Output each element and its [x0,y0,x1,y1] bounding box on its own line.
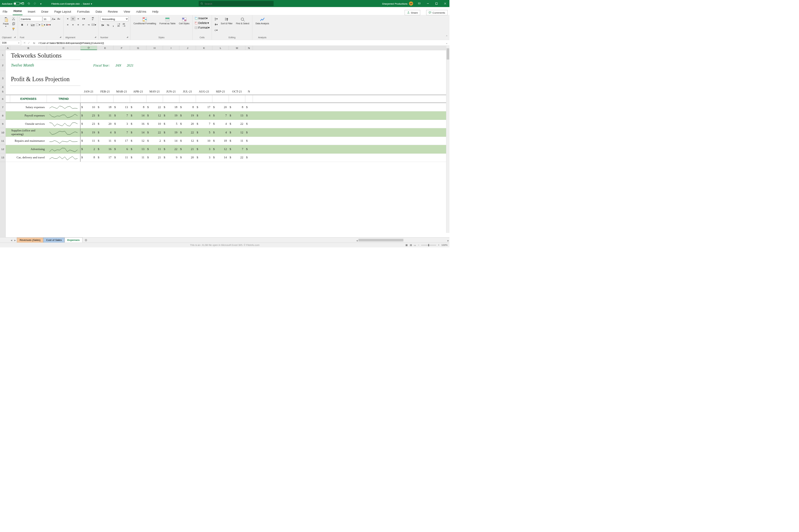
format-as-table-button[interactable]: Format as Table [159,17,177,26]
row-4[interactable]: 4 [0,86,5,89]
filename[interactable]: FileInfo.com Example.xlsb - Saved ▾ [51,2,92,5]
col-A[interactable]: A [6,45,10,50]
tab-data[interactable]: Data [95,8,103,15]
delete-cells-button[interactable]: Delete ▾ [194,21,209,25]
close-icon[interactable] [441,0,449,7]
zoom-slider[interactable] [421,245,436,245]
font-size-select[interactable] [43,17,51,22]
row-5[interactable]: 5 [0,89,5,95]
comma-icon[interactable]: , [111,23,116,27]
font-launcher-icon[interactable]: ◢ [59,35,61,39]
align-top-icon[interactable]: ≡ [65,17,70,21]
row-12[interactable]: 12 [0,145,5,153]
enter-formula-icon[interactable]: ✓ [27,41,30,44]
fill-color-icon[interactable]: ▾ [41,23,45,27]
sheet-grid[interactable]: 12345678910111213 Tekworks SolutionsTwel… [0,50,449,238]
tab-help[interactable]: Help [151,8,159,15]
cell-styles-button[interactable]: Cell Styles [178,17,191,26]
row-3[interactable]: 3 [0,71,5,86]
increase-font-icon[interactable]: A▲ [51,17,56,21]
share-button[interactable]: Share [405,10,421,15]
tab-draw[interactable]: Draw [41,8,49,15]
col-F[interactable]: F [113,45,130,50]
inc-indent-icon[interactable]: ⇥ [86,23,91,27]
number-format-select[interactable]: Accounting [100,17,128,22]
account[interactable]: Sharpened Productions SP [380,2,415,6]
wrap-text-icon[interactable]: ab↵ [91,17,95,21]
horizontal-scrollbar[interactable]: ◂▸ [356,238,449,242]
cancel-formula-icon[interactable]: ✕ [23,41,26,44]
zoom-in-icon[interactable]: + [438,244,440,246]
col-I[interactable]: I [163,45,180,50]
italic-button[interactable]: I [25,23,30,27]
row-9[interactable]: 9 [0,120,5,128]
copy-icon[interactable] [11,22,16,26]
align-launcher-icon[interactable]: ◢ [94,35,96,39]
sheet-tab-cost-of-sales[interactable]: Cost of Sales [43,238,64,243]
maximize-icon[interactable] [432,0,441,7]
col-K[interactable]: K [196,45,212,50]
zoom-controls[interactable]: ▦ ▤ ▭ − + 100% [406,244,447,246]
align-center-icon[interactable]: ≡ [71,23,76,27]
column-headers[interactable]: ABCDEFGHIJKLMN [6,45,449,50]
col-H[interactable]: H [147,45,163,50]
sheet-tab-expenses[interactable]: Expenses [64,238,82,243]
expand-formula-icon[interactable]: ⌄ [444,41,449,44]
row-6[interactable]: 6 [0,95,5,103]
data-analysis-button[interactable]: Data Analysis [254,17,270,26]
tab-insert[interactable]: Insert [27,8,36,15]
bold-button[interactable]: B [20,23,25,27]
font-color-icon[interactable]: A▾ [46,23,51,27]
align-left-icon[interactable]: ≡ [65,23,70,27]
format-cells-button[interactable]: Format ▾ [194,26,209,30]
sheet-tab-revenues-sales-[interactable]: Revenues (Sales) [17,238,43,243]
view-break-icon[interactable]: ▭ [414,244,416,246]
clear-icon[interactable]: ◇▾ [214,27,219,32]
row-13[interactable]: 13 [0,153,5,162]
col-J[interactable]: J [180,45,196,50]
col-E[interactable]: E [97,45,113,50]
zoom-out-icon[interactable]: − [418,244,419,246]
cut-icon[interactable] [11,17,16,21]
number-launcher-icon[interactable]: ◢ [126,35,129,39]
insert-cells-button[interactable]: Insert ▾ [194,17,207,20]
tab-formulas[interactable]: Formulas [76,8,90,15]
col-D[interactable]: D [80,45,97,50]
paste-button[interactable]: Paste▼ [2,17,10,28]
dec-decimal-icon[interactable]: .00→0 [121,23,126,27]
select-all-corner[interactable] [0,45,6,50]
col-N[interactable]: N [245,45,253,50]
row-2[interactable]: 2 [0,60,5,71]
minimize-icon[interactable] [424,0,432,7]
tab-page-layout[interactable]: Page Layout [54,8,72,15]
borders-icon[interactable]: ▾ [36,23,41,27]
tab-file[interactable]: File [2,8,8,15]
decrease-font-icon[interactable]: A▼ [57,17,61,21]
row-1[interactable]: 1 [0,50,5,60]
font-name-select[interactable] [20,17,42,22]
dec-indent-icon[interactable]: ⇤ [81,23,86,27]
view-layout-icon[interactable]: ▤ [410,244,412,246]
new-sheet-icon[interactable]: ⊕ [82,238,90,242]
comments-button[interactable]: Comments [426,10,447,15]
col-G[interactable]: G [130,45,147,50]
undo-icon[interactable] [26,0,32,7]
autosum-icon[interactable]: ∑▾ [214,17,219,21]
search-input[interactable] [204,2,272,5]
col-C[interactable]: C [47,45,80,50]
tab-view[interactable]: View [123,8,131,15]
merge-icon[interactable]: ▾ [92,23,96,27]
tab-add-ins[interactable]: Add-ins [135,8,147,15]
conditional-formatting-button[interactable]: Conditional Formatting [132,17,157,26]
collapse-ribbon-icon[interactable]: ⌃ [444,33,449,40]
redo-icon[interactable] [32,0,38,7]
align-mid-icon[interactable]: ≡ [71,17,76,21]
row-10[interactable]: 10 [0,128,5,136]
name-box[interactable]: D28▼ [1,41,21,45]
prev-sheet-icon[interactable]: ◂ [9,238,13,242]
align-right-icon[interactable]: ≡ [76,23,81,27]
ribbon-options-icon[interactable] [415,0,424,7]
tab-home[interactable]: Home [13,8,23,15]
inc-decimal-icon[interactable]: ←0.00 [116,23,121,27]
view-normal-icon[interactable]: ▦ [406,244,408,246]
